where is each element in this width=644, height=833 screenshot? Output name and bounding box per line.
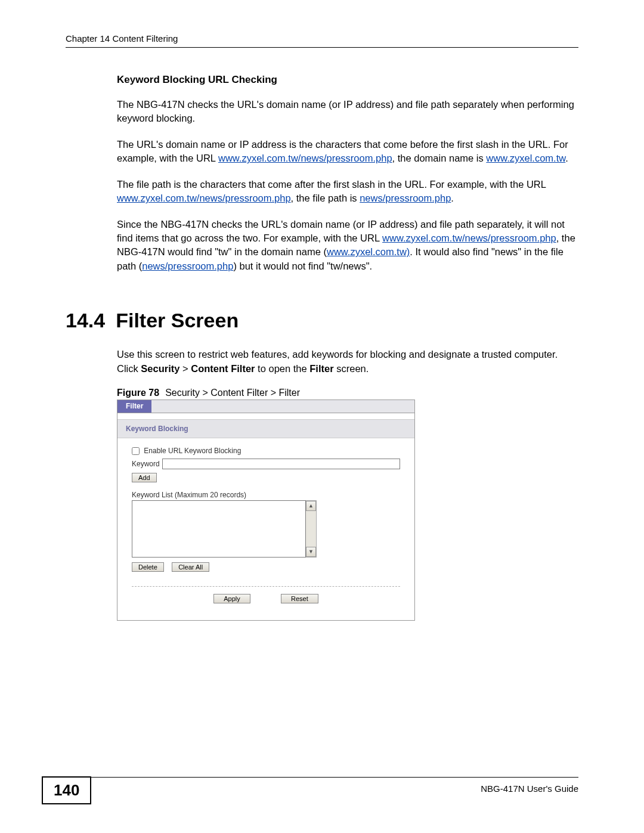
divider	[132, 586, 400, 587]
text: , the file path is	[291, 193, 360, 203]
page-number: 140	[42, 776, 91, 804]
text: to open the	[255, 363, 310, 374]
figure-caption: Figure 78Security > Content Filter > Fil…	[117, 388, 578, 398]
figure-caption-text: Security > Content Filter > Filter	[165, 388, 300, 398]
section-heading-filter-screen: 14.4Filter Screen	[66, 309, 578, 332]
scroll-up-icon[interactable]: ▲	[306, 501, 316, 511]
keyword-list-label: Keyword List (Maximum 20 records)	[132, 491, 400, 499]
enable-keyword-blocking-label: Enable URL Keyword Blocking	[144, 447, 241, 455]
delete-button[interactable]: Delete	[132, 562, 164, 572]
section-bar-keyword-blocking: Keyword Blocking	[117, 419, 414, 438]
scroll-down-icon[interactable]: ▼	[306, 547, 316, 557]
paragraph: The file path is the characters that com…	[117, 178, 578, 206]
keyword-label: Keyword	[132, 460, 160, 468]
text: The file path is the characters that com…	[117, 179, 546, 190]
link-filepath-example[interactable]: news/pressroom.php	[360, 193, 451, 203]
bold-text: Content Filter	[191, 363, 255, 374]
paragraph: The URL's domain name or IP address is t…	[117, 138, 578, 166]
section-number: 14.4	[66, 309, 105, 332]
paragraph: Since the NBG-417N checks the URL's doma…	[117, 218, 578, 274]
link-url-example-2[interactable]: www.zyxel.com.tw/news/pressroom.php	[117, 193, 291, 203]
tab-row: Filter	[117, 400, 414, 413]
link-domain-example-2[interactable]: www.zyxel.com.tw)	[327, 246, 410, 257]
tab-filter[interactable]: Filter	[117, 400, 151, 413]
filter-ui-panel: Filter Keyword Blocking Enable URL Keywo…	[117, 400, 415, 621]
text: >	[179, 363, 191, 374]
text: ) but it would not find "tw/news".	[233, 261, 372, 271]
reset-button[interactable]: Reset	[281, 594, 318, 603]
text: , the domain name is	[392, 153, 487, 163]
link-filepath-example-2[interactable]: news/pressroom.php	[142, 261, 233, 271]
bold-text: Security	[141, 363, 179, 374]
guide-label: NBG-417N User's Guide	[481, 778, 578, 794]
link-url-example-1[interactable]: www.zyxel.com.tw/news/pressroom.php	[218, 153, 392, 163]
paragraph: The NBG-417N checks the URL's domain nam…	[117, 98, 578, 126]
chapter-header: Chapter 14 Content Filtering	[66, 33, 578, 48]
apply-button[interactable]: Apply	[213, 594, 250, 603]
keyword-input[interactable]	[162, 459, 400, 469]
scrollbar[interactable]: ▲ ▼	[306, 500, 317, 558]
add-button[interactable]: Add	[132, 473, 157, 482]
text: .	[565, 153, 568, 163]
bold-text: Filter	[309, 363, 333, 374]
paragraph: Use this screen to restrict web features…	[117, 348, 578, 376]
clear-all-button[interactable]: Clear All	[172, 562, 209, 572]
enable-keyword-blocking-checkbox[interactable]	[132, 447, 140, 455]
section-title: Filter Screen	[116, 309, 239, 332]
page-footer: 140 NBG-417N User's Guide	[42, 777, 578, 804]
text: screen.	[334, 363, 369, 374]
subheading-keyword-blocking: Keyword Blocking URL Checking	[117, 74, 578, 86]
link-domain-example[interactable]: www.zyxel.com.tw	[486, 153, 565, 163]
text: .	[451, 193, 454, 203]
keyword-list[interactable]	[132, 500, 306, 558]
link-url-example-3[interactable]: www.zyxel.com.tw/news/pressroom.php	[382, 233, 556, 243]
figure-label: Figure 78	[117, 388, 159, 398]
